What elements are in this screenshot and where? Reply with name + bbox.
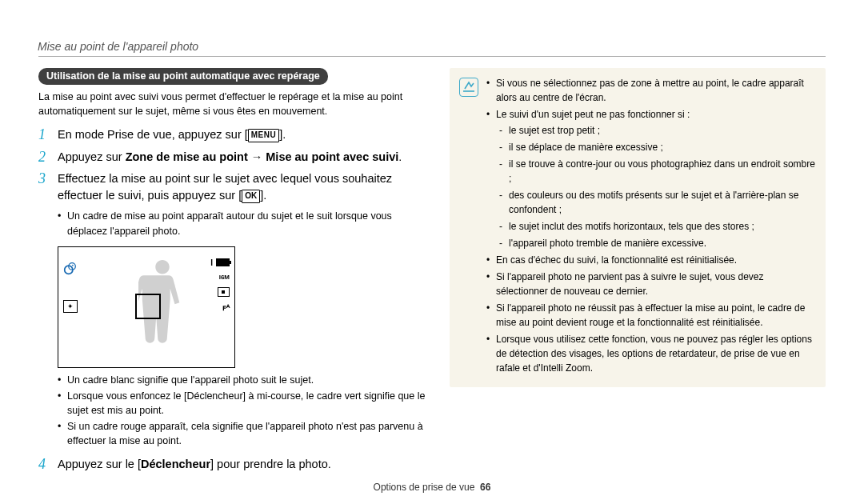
arrow-icon: → — [248, 150, 266, 163]
note-sub-item: le sujet est trop petit ; — [499, 123, 816, 138]
note-item: Le suivi d'un sujet peut ne pas fonction… — [486, 107, 816, 250]
step-text: ] pour prendre la photo. — [210, 458, 331, 470]
smart-auto-mode-icon — [63, 262, 77, 275]
note-sub-item: des couleurs ou des motifs présents sur … — [499, 188, 816, 217]
page-number: 66 — [480, 482, 490, 493]
sub-bullet: Si un cadre rouge apparaît, cela signifi… — [58, 419, 430, 448]
focus-frame-icon — [135, 294, 161, 319]
svg-point-2 — [72, 265, 74, 266]
step-number: 4 — [38, 456, 50, 474]
step-number: 1 — [38, 126, 50, 144]
note-item: Lorsque vous utilisez cette fonction, vo… — [486, 332, 816, 375]
note-item: Si l'appareil photo ne réussit pas à eff… — [486, 301, 816, 330]
step-text: En mode Prise de vue, appuyez sur [ — [58, 128, 248, 141]
step-bold: Mise au point avec suivi — [266, 150, 398, 163]
step-text: Effectuez la mise au point sur le sujet … — [58, 172, 392, 185]
step-text: ]. — [279, 128, 286, 141]
note-sub-item: le sujet inclut des motifs horizontaux, … — [499, 219, 816, 234]
page-footer: Options de prise de vue 66 — [0, 482, 864, 493]
note-item: Si vous ne sélectionnez pas de zone à me… — [486, 76, 816, 105]
step-bold: Déclencheur — [141, 458, 210, 470]
note-item: Si l'appareil photo ne parvient pas à su… — [486, 270, 816, 298]
note-sub-item: il se déplace de manière excessive ; — [499, 140, 816, 154]
footer-section-label: Options de prise de vue — [374, 482, 475, 493]
step-4: 4 Appuyez sur le [Déclencheur] pour pren… — [38, 456, 430, 474]
note-sub-item: il se trouve à contre-jour ou vous photo… — [499, 157, 816, 186]
metering-icon — [218, 287, 230, 297]
step-text: . — [398, 150, 402, 163]
note-item: En cas d'échec du suivi, la fonctionnali… — [486, 253, 816, 267]
step-3: 3 Effectuez la mise au point sur le suje… — [38, 170, 430, 204]
step-number: 3 — [38, 170, 50, 204]
step-2: 2 Appuyez sur Zone de mise au point → Mi… — [38, 149, 430, 166]
shot-count: I — [210, 258, 213, 267]
step-text: Appuyez sur — [58, 150, 126, 163]
ok-button-icon: OK — [242, 190, 260, 203]
info-icon — [459, 78, 478, 97]
note-sub-item: l'appareil photo tremble de manière exce… — [499, 236, 816, 250]
step-text: ]. — [260, 189, 266, 202]
step-number: 2 — [38, 149, 50, 166]
sub-bullet: Un cadre de mise au point apparaît autou… — [58, 209, 430, 238]
step-text: effectuer le suivi, puis appuyez sur [ — [58, 189, 242, 202]
info-callout: Si vous ne sélectionnez pas de zone à me… — [450, 68, 826, 387]
step-text: Appuyez sur le [ — [58, 458, 141, 470]
step-1: 1 En mode Prise de vue, appuyez sur [MEN… — [38, 126, 430, 144]
sub-bullet: Lorsque vous enfoncez le [Déclencheur] à… — [58, 389, 430, 418]
focus-area-icon: ✦ — [63, 300, 78, 313]
menu-button-icon: MENU — [248, 129, 279, 142]
battery-icon — [216, 258, 230, 266]
lcd-preview: ✦ I I6M ꜰᴬ — [58, 246, 235, 368]
sub-bullet: Un cadre blanc signifie que l'appareil p… — [58, 373, 430, 387]
section-heading-pill: Utilisation de la mise au point automati… — [38, 68, 328, 85]
breadcrumb-header: Mise au point de l'appareil photo — [0, 0, 864, 53]
section-intro: La mise au point avec suivi vous permet … — [38, 90, 430, 118]
step-bold: Zone de mise au point — [126, 150, 248, 163]
resolution-indicator: I6M — [219, 274, 230, 281]
flash-auto-icon: ꜰᴬ — [222, 303, 230, 312]
